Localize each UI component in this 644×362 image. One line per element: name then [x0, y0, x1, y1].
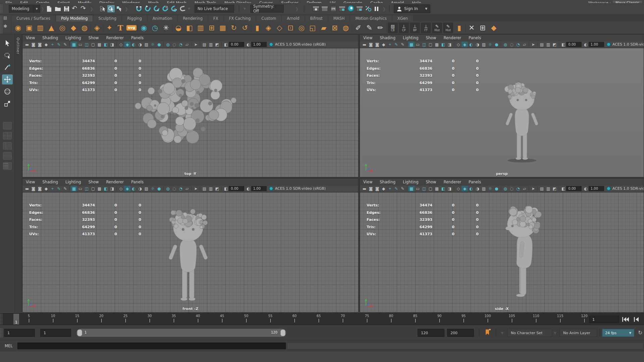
shelf-tab[interactable]: XGen	[392, 15, 413, 21]
main-menu-item[interactable]: Edit Mesh	[167, 1, 186, 3]
render-current-frame-icon[interactable]	[321, 5, 329, 13]
paint-transfer-icon[interactable]: ◆	[488, 22, 499, 34]
camera-home-icon[interactable]: ◙	[37, 42, 43, 47]
poly-torus-icon[interactable]: ◎	[57, 22, 68, 34]
viewport-menu-item[interactable]: Lighting	[65, 36, 85, 40]
grease-pencil-icon[interactable]: ▱	[521, 186, 528, 191]
main-menu-item[interactable]: Select	[57, 1, 70, 3]
rotate-tool-icon[interactable]	[2, 86, 13, 97]
exposure-toggle-icon[interactable]: ◧	[561, 186, 565, 191]
anti-alias-icon[interactable]: ◔	[177, 186, 184, 191]
gamma-field[interactable]: 1.00	[251, 186, 267, 191]
workspace-selector[interactable]: Workspace : Maya Classic	[588, 1, 642, 3]
snapshot-icon[interactable]: ◩	[551, 186, 558, 191]
render-view-icon[interactable]	[312, 5, 320, 13]
viewport-menu-item[interactable]: Renderer	[444, 180, 466, 184]
texture-placement-icon[interactable]: ▥	[545, 42, 551, 47]
shelf-tab[interactable]: FX	[208, 15, 223, 21]
open-scene-icon[interactable]	[54, 5, 62, 13]
safe-action-icon[interactable]: ◧	[440, 42, 446, 47]
gamma-toggle-icon[interactable]: ◐	[584, 186, 587, 191]
isolate-select-icon[interactable]: ➤	[530, 42, 536, 47]
reduce-icon[interactable]: ⊠	[329, 22, 340, 34]
gamma-field[interactable]: 1.00	[589, 186, 604, 191]
layout-two-pane-icon[interactable]	[3, 142, 12, 149]
wireframe-icon[interactable]: ◇	[118, 186, 124, 191]
viewport-menu-item[interactable]: Lighting	[403, 36, 423, 40]
timeline-grip[interactable]	[0, 313, 3, 325]
ambient-occlusion-icon[interactable]: ◍	[502, 42, 508, 47]
camera-lock-icon[interactable]: ◙	[368, 42, 374, 47]
paint-select-tool-icon[interactable]	[2, 62, 13, 72]
camera-icon[interactable]: ▬	[361, 186, 368, 191]
viewport-front-canvas[interactable]: Verts:3447400Edges:6683600Faces:3239300T…	[22, 192, 358, 312]
view-transform-icon[interactable]	[606, 186, 611, 191]
poly-cylinder-icon[interactable]: ▥	[35, 22, 46, 34]
command-result-field[interactable]	[287, 343, 643, 349]
bake-pivot-button[interactable]: ⊥ BP	[410, 22, 420, 33]
shadows-icon[interactable]: ●	[156, 42, 162, 47]
viewport-menu-item[interactable]: Panels	[131, 36, 148, 40]
character-set-caret-icon[interactable]: ▽	[501, 331, 503, 335]
xray-icon[interactable]: ▨	[143, 42, 150, 47]
main-menu-item[interactable]: Mesh Tools	[195, 1, 216, 3]
gamma-toggle-icon[interactable]: ◐	[247, 42, 250, 47]
shadows-icon[interactable]: ●	[493, 42, 500, 47]
symmetry-field[interactable]: Symmetry: Off	[250, 5, 284, 13]
conform-normals-icon[interactable]: ↻	[228, 22, 239, 34]
camera-home-icon[interactable]: ◙	[37, 186, 43, 191]
anti-alias-icon[interactable]: ◔	[177, 42, 184, 47]
main-menu-item[interactable]: Generate	[343, 1, 362, 3]
viewport-menu-item[interactable]: Lighting	[65, 180, 85, 184]
main-menu-item[interactable]: Modify	[78, 1, 91, 3]
textured-mode-icon[interactable]: ◐	[468, 42, 474, 47]
motion-blur-icon[interactable]: ◌	[508, 42, 515, 47]
camera-lock-icon[interactable]: ◙	[368, 186, 374, 191]
anti-alias-icon[interactable]: ◔	[515, 186, 521, 191]
smooth-icon[interactable]: ▰	[318, 22, 329, 34]
layout-outliner-persp-icon[interactable]	[3, 162, 12, 170]
annotate-icon[interactable]: ✎	[62, 186, 68, 191]
ipr-render-icon[interactable]: IPR	[329, 5, 337, 13]
shadows-icon[interactable]: ●	[493, 186, 500, 191]
main-menu-item[interactable]: UV	[330, 1, 335, 3]
menu-set-selector[interactable]: Modeling	[9, 5, 34, 13]
view-transform-label[interactable]: ACES 1.0 SDR-video (sRGB)	[612, 42, 644, 47]
gamma-field[interactable]: 1.00	[251, 42, 267, 47]
separate-icon[interactable]: ▥	[195, 22, 206, 34]
wireframe-on-shaded-icon[interactable]: ◑	[137, 186, 143, 191]
toggle-scene-icon[interactable]	[364, 4, 372, 12]
fill-hole-icon[interactable]: ⊞	[206, 22, 217, 34]
view-transform-icon[interactable]	[269, 42, 273, 47]
snap-to-projected-center-icon[interactable]	[161, 5, 169, 13]
pivot-icon[interactable]: ＋	[387, 42, 393, 47]
wireframe-icon[interactable]: ◇	[455, 186, 462, 191]
xray-icon[interactable]: ▨	[143, 186, 150, 191]
wireframe-on-shaded-icon[interactable]: ◑	[474, 42, 481, 47]
poly-sphere-icon[interactable]: ◉	[13, 22, 23, 34]
pivot-edit-icon[interactable]: ✎	[56, 42, 62, 47]
isolate-select-icon[interactable]: ➤	[193, 42, 199, 47]
viewport-menu-item[interactable]: Show	[89, 180, 103, 184]
view-transform-icon[interactable]	[269, 186, 273, 191]
timeline-playhead[interactable]: 1	[13, 314, 19, 324]
exposure-toggle-icon[interactable]: ◧	[224, 42, 228, 47]
viewport-menu-item[interactable]: Shading	[42, 36, 62, 40]
move-tool-icon[interactable]	[2, 74, 13, 84]
grid-toggle-icon[interactable]: ▦	[408, 186, 415, 191]
center-pivot-button[interactable]: ⊥ CP	[399, 22, 409, 33]
viewport-persp-canvas[interactable]: Verts:3447400Edges:6683600Faces:3239300T…	[360, 48, 644, 177]
main-menu-item[interactable]: Help	[412, 1, 421, 3]
resolution-gate-icon[interactable]: ◫	[84, 42, 90, 47]
main-menu-item[interactable]: Cache	[370, 1, 383, 3]
shelf-tab[interactable]: MASH	[328, 15, 350, 21]
poly-cube-icon[interactable]: ▣	[24, 22, 35, 34]
main-menu-item[interactable]: Mesh	[148, 1, 159, 3]
freeze-transform-button[interactable]: ⊥ FT	[421, 22, 431, 33]
view-transform-icon[interactable]	[606, 42, 611, 47]
safe-title-icon[interactable]: ◨	[446, 186, 453, 191]
morph-icon[interactable]: ◒	[173, 22, 184, 34]
bevel-icon[interactable]: ◈	[263, 22, 274, 34]
pivot-edit-icon[interactable]: ✎	[393, 186, 399, 191]
gamma-toggle-icon[interactable]: ◐	[247, 186, 250, 191]
